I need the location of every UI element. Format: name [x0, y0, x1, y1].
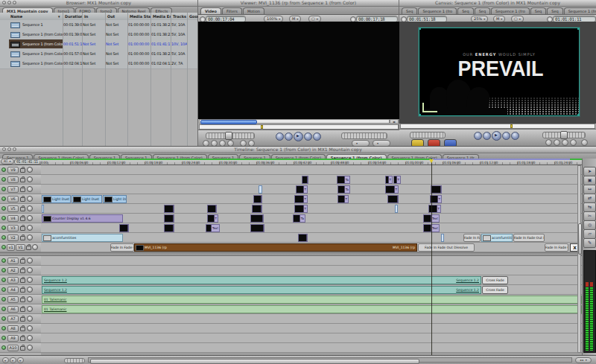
transition-fade-dissolve[interactable]: Fade In Fade Out Dissolve — [418, 243, 475, 252]
viewer-zoom-scrollbar[interactable] — [199, 119, 390, 124]
lock-icon[interactable] — [20, 269, 25, 273]
audio-clip-sequence[interactable]: Sequence 1.2Sequence 1.2 — [42, 276, 481, 284]
clip[interactable]: T — [337, 195, 349, 203]
auto-select-toggle[interactable] — [32, 244, 38, 250]
shuttle-control[interactable] — [410, 132, 446, 138]
track-label[interactable]: A2 — [7, 267, 19, 274]
lock-icon[interactable] — [20, 259, 25, 264]
play-around-button[interactable] — [502, 132, 510, 140]
browser-row[interactable]: Sequence 1 (from Color) 00:01:39:00 Not … — [0, 30, 197, 40]
track-visibility-light[interactable] — [1, 197, 6, 201]
auto-select-toggle[interactable] — [27, 306, 33, 312]
column-header-good[interactable]: Good — [187, 13, 198, 20]
track-label[interactable]: V8 — [7, 176, 19, 183]
tab-sequence[interactable]: Seq — [547, 7, 562, 14]
lock-icon[interactable] — [20, 236, 25, 240]
clip[interactable] — [298, 234, 308, 242]
lock-icon[interactable] — [20, 298, 25, 302]
auto-select-toggle[interactable] — [27, 205, 33, 211]
clip[interactable] — [431, 185, 442, 194]
audio-track-area[interactable] — [41, 256, 582, 353]
previous-edit-button[interactable] — [474, 132, 482, 140]
clip[interactable]: Text — [206, 224, 220, 232]
clip[interactable] — [302, 176, 308, 184]
tab-sequence[interactable]: Seq — [530, 7, 546, 14]
clip-light-dust[interactable]: Light Dust — [72, 195, 102, 203]
auto-select-toggle[interactable] — [27, 234, 33, 240]
selection-handle[interactable] — [419, 114, 421, 116]
column-header-in[interactable]: In — [82, 13, 105, 20]
auto-select-toggle[interactable] — [27, 325, 33, 331]
program-image[interactable]: OUR ENERGY WOULD SIMPLY PREVAIL — [419, 28, 580, 116]
browser-row[interactable]: Sequence 1 (from Color) 00:02:04:13 Not … — [0, 59, 197, 69]
auto-select-toggle[interactable] — [27, 225, 33, 231]
previous-edit-button[interactable] — [276, 132, 284, 141]
track-label[interactable]: A5 — [7, 296, 19, 303]
lock-icon[interactable] — [20, 197, 25, 202]
play-in-to-out-button[interactable] — [483, 132, 491, 140]
transition-fade[interactable]: Fade In Fade Out — [110, 243, 134, 252]
track-label[interactable]: A4 — [7, 287, 19, 293]
clip[interactable] — [164, 214, 174, 223]
tab-sequence[interactable]: Seq — [457, 7, 473, 14]
vertical-scroll-thumb[interactable] — [578, 223, 582, 255]
viewer-titlebar[interactable]: Viewer: MVI_1136 (rp from Sequence 1 (fr… — [198, 0, 399, 7]
transition-cross-fade[interactable]: Cross Fade — [482, 286, 508, 294]
auto-select-toggle[interactable] — [27, 345, 33, 351]
browser-row[interactable]: Sequence 1 (from Color) 00:01:57:02 Not … — [0, 49, 197, 60]
canvas-playhead[interactable] — [510, 124, 513, 128]
viewer-playhead[interactable] — [261, 125, 263, 129]
tab-filters[interactable]: Filters — [222, 7, 242, 14]
clip-light-dust[interactable]: Light Dust — [42, 195, 71, 203]
track-visibility-light[interactable] — [1, 226, 6, 230]
clip[interactable] — [252, 205, 262, 213]
canvas-video-area[interactable]: OUR ENERGY WOULD SIMPLY PREVAIL — [399, 22, 596, 124]
sort-arrow-icon[interactable]: ▾ — [57, 13, 60, 20]
clip[interactable]: T — [294, 195, 308, 203]
clip[interactable] — [253, 195, 262, 203]
match-frame-button[interactable] — [545, 139, 552, 146]
lock-icon[interactable] — [20, 207, 25, 211]
lock-icon[interactable] — [20, 178, 25, 182]
auto-select-toggle[interactable] — [27, 176, 33, 182]
clip[interactable]: T — [296, 185, 308, 194]
selection-handle[interactable] — [577, 28, 580, 30]
clip[interactable]: Ta — [293, 214, 305, 223]
lock-icon[interactable] — [20, 307, 25, 312]
auto-select-toggle[interactable] — [27, 267, 33, 273]
rt-menu[interactable]: RT — [1, 159, 14, 165]
horizontal-scroll-thumb[interactable] — [90, 359, 419, 364]
scroll-right-arrows[interactable]: ◂ ▸ — [575, 357, 592, 363]
track-visibility-light[interactable] — [1, 235, 6, 240]
auto-select-toggle[interactable] — [27, 258, 33, 264]
column-header-media-end[interactable]: Media End — [150, 13, 171, 20]
track-label[interactable]: V4 — [7, 215, 19, 222]
viewer-scrubber-bar[interactable] — [199, 124, 399, 130]
clip-light-dust[interactable]: Light Dust — [103, 195, 127, 203]
track-visibility-light[interactable] — [1, 167, 6, 172]
play-in-to-out-button[interactable] — [285, 132, 293, 141]
track-visibility-light[interactable] — [1, 177, 6, 182]
timeline-playhead[interactable] — [431, 159, 432, 355]
auto-select-toggle[interactable] — [27, 287, 33, 293]
column-header-name[interactable]: Name — [0, 13, 63, 20]
play-button[interactable] — [492, 131, 501, 141]
track-audible-light[interactable] — [1, 258, 6, 263]
clip[interactable] — [387, 195, 399, 203]
add-keyframe-button[interactable] — [562, 139, 568, 146]
window-controls[interactable] — [2, 147, 16, 151]
auto-select-toggle[interactable] — [27, 215, 33, 221]
clip[interactable]: Ta — [337, 176, 350, 184]
canvas-titlebar[interactable]: Canvas: Sequence 1 (from Color) in MX1 M… — [399, 0, 596, 7]
mark-in-button[interactable] — [581, 139, 588, 146]
track-height-toggle[interactable] — [17, 357, 24, 363]
clip-mvi-1136[interactable]: MVI_1136 (rp MVI_1136 (rp — [134, 243, 417, 252]
selection-handle[interactable] — [577, 114, 580, 116]
playhead-marker[interactable] — [429, 159, 434, 163]
timeline-horizontal-scrollbar[interactable] — [88, 357, 572, 363]
track-audible-light[interactable] — [1, 326, 6, 331]
clip-sliver[interactable] — [441, 234, 444, 242]
lock-icon[interactable] — [20, 346, 25, 351]
play-around-button[interactable] — [304, 132, 312, 141]
audio-clip-sequence[interactable]: Sequence 1.2Sequence 1.2 — [42, 286, 481, 294]
